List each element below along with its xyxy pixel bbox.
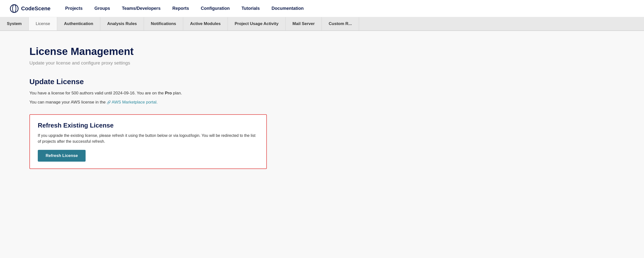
tab-system[interactable]: System [0, 17, 29, 30]
top-navigation: CodeScene Projects Groups Teams/Develope… [0, 0, 644, 17]
refresh-license-button[interactable]: Refresh License [38, 150, 86, 162]
refresh-box-description: If you upgrade the existing license, ple… [38, 133, 258, 144]
nav-groups[interactable]: Groups [94, 6, 110, 11]
tab-custom-r[interactable]: Custom R... [322, 17, 359, 30]
main-nav-links: Projects Groups Teams/Developers Reports… [65, 6, 304, 11]
svg-point-0 [10, 5, 18, 12]
aws-link-text: You can manage your AWS license in the 🔗… [30, 99, 314, 106]
logo[interactable]: CodeScene [10, 4, 50, 13]
page-title: License Management [30, 46, 314, 58]
tab-project-usage-activity[interactable]: Project Usage Activity [228, 17, 286, 30]
tab-authentication[interactable]: Authentication [57, 17, 100, 30]
tab-license[interactable]: License [29, 17, 57, 30]
brand-name: CodeScene [21, 6, 50, 12]
codescene-logo-icon [10, 4, 19, 13]
update-license-title: Update License [30, 78, 314, 86]
page-subtitle: Update your license and configure proxy … [30, 60, 314, 66]
nav-configuration[interactable]: Configuration [201, 6, 230, 11]
refresh-existing-license-box: Refresh Existing License If you upgrade … [30, 114, 267, 169]
tab-active-modules[interactable]: Active Modules [183, 17, 228, 30]
tab-mail-server[interactable]: Mail Server [286, 17, 322, 30]
tab-analysis-rules[interactable]: Analysis Rules [100, 17, 144, 30]
refresh-box-title: Refresh Existing License [38, 122, 258, 129]
nav-documentation[interactable]: Documentation [272, 6, 304, 11]
nav-teams-developers[interactable]: Teams/Developers [122, 6, 161, 11]
main-content: License Management Update your license a… [0, 31, 343, 184]
svg-point-1 [12, 5, 16, 12]
tab-notifications[interactable]: Notifications [144, 17, 183, 30]
nav-tutorials[interactable]: Tutorials [242, 6, 260, 11]
nav-reports[interactable]: Reports [172, 6, 189, 11]
license-info-text: You have a license for 500 authors valid… [30, 90, 314, 96]
sub-navigation: System License Authentication Analysis R… [0, 17, 644, 31]
aws-marketplace-link[interactable]: 🔗AWS Marketplace portal. [107, 100, 158, 104]
external-link-icon: 🔗 [107, 100, 111, 105]
plan-name: Pro [165, 91, 172, 96]
nav-projects[interactable]: Projects [65, 6, 83, 11]
